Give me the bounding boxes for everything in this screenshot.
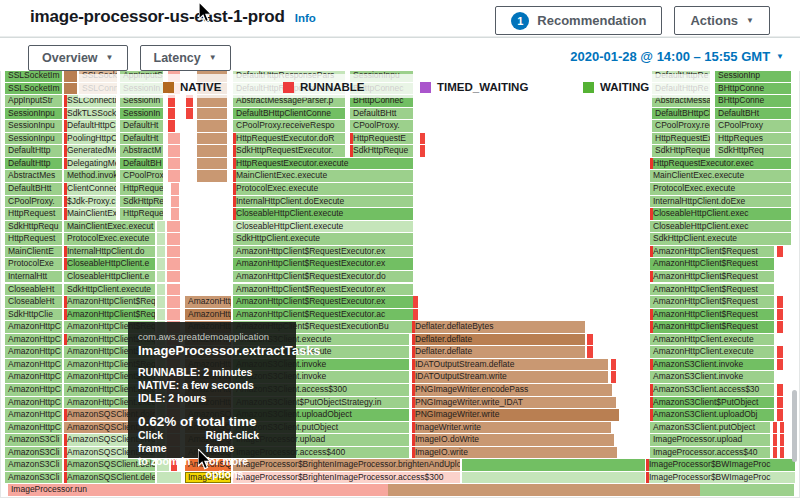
actions-button[interactable]: Actions ▼ (674, 6, 770, 35)
flame-cell[interactable]: ImageProcessor.access$40 (650, 447, 770, 459)
flame-cell[interactable] (777, 321, 783, 333)
flame-cell[interactable] (197, 120, 227, 132)
flame-cell[interactable]: CloseableHttpClient.execute (233, 221, 413, 233)
flame-cell[interactable] (64, 83, 77, 95)
flame-cell[interactable]: GeneratedMet (64, 145, 116, 157)
flame-cell[interactable]: SessionInpu (5, 108, 62, 120)
flame-cell[interactable]: CloseableHttpClient.e (64, 271, 155, 283)
flame-cell[interactable]: SdkHttpClient.execute (64, 284, 155, 296)
flame-cell[interactable]: MainClientExec.execut (64, 221, 155, 233)
flame-cell[interactable] (773, 422, 777, 434)
flame-cell[interactable]: SdkTLSSocket (64, 108, 116, 120)
flame-cell[interactable]: $Jdk-Proxy.c (64, 196, 116, 208)
flame-cell[interactable]: DefaultBHt (715, 108, 791, 120)
flame-cell[interactable]: AmazonHttpClient$RequestExecutor.ex (233, 258, 413, 270)
flame-cell[interactable] (777, 359, 783, 371)
flame-cell[interactable] (780, 422, 784, 434)
flame-cell[interactable] (773, 434, 777, 446)
flame-cell[interactable]: SessionInpu (5, 133, 62, 145)
flame-cell[interactable] (157, 284, 165, 296)
flame-cell[interactable]: AmazonHttpC (5, 321, 62, 333)
flame-cell[interactable]: SessionInp (715, 70, 791, 82)
flame-cell[interactable]: AmazonS3Client.putObject (650, 422, 770, 434)
flame-cell[interactable]: DefaultBHtt (5, 183, 62, 195)
flame-cell[interactable] (780, 447, 784, 459)
flame-cell[interactable]: ProtocolExe (5, 258, 62, 270)
flame-cell[interactable] (64, 70, 77, 82)
flame-cell[interactable]: AmazonS3Client.uploadObj (650, 409, 774, 421)
flame-cell[interactable] (168, 158, 180, 170)
flame-cell[interactable]: HttpRequestExecutor.doR (233, 133, 345, 145)
flame-cell[interactable]: HttpReques (715, 133, 791, 145)
flame-cell[interactable] (777, 296, 783, 308)
flame-cell[interactable]: HttpRequestExecutor.execute (233, 158, 413, 170)
flame-cell[interactable]: AmazonHttpClient$Request (650, 309, 774, 321)
flame-cell[interactable]: HttpRequest (5, 233, 62, 245)
flame-cell[interactable] (157, 246, 165, 258)
flame-cell[interactable]: MainClientE (5, 246, 62, 258)
flame-cell[interactable]: AmazonHttpClient$Request (650, 284, 774, 296)
flame-cell[interactable] (157, 258, 165, 270)
flame-cell[interactable]: AmazonHttp (185, 296, 231, 308)
flame-cell[interactable]: CPoolProxy (715, 120, 791, 132)
flame-cell[interactable]: InternalHttpClient.doExecute (233, 196, 413, 208)
flame-cell[interactable] (462, 472, 645, 484)
flame-cell[interactable]: AmazonHttpClient$RequestExecutor.ac (233, 309, 413, 321)
flame-cell[interactable]: CloseableHt (5, 284, 62, 296)
flame-cell[interactable]: DefaultBHtt (350, 108, 413, 120)
flame-cell[interactable] (167, 233, 180, 245)
flame-cell[interactable]: ImageProcessor$BWImageProc (646, 459, 795, 471)
flame-cell[interactable]: AmazonS3Client.invoke (650, 371, 774, 383)
flame-cell[interactable]: CPoolProxy.rec (652, 120, 710, 132)
flame-cell[interactable] (167, 258, 180, 270)
flame-cell[interactable]: AbstractMes (5, 170, 62, 182)
flame-cell[interactable]: Deflater.deflate (412, 346, 585, 358)
flame-cell[interactable]: CloseableHttpClient.exec (650, 208, 791, 220)
flame-cell[interactable] (413, 296, 418, 308)
flame-cell[interactable]: AmazonS3Client.invoke (650, 359, 774, 371)
flame-cell[interactable]: SdkHttpClie (5, 309, 62, 321)
flame-cell[interactable]: InternalHttpClient.doExe (650, 196, 791, 208)
flame-cell[interactable]: HttpReque (120, 208, 163, 220)
overview-dropdown[interactable]: Overview ▼ (28, 45, 128, 71)
flame-cell[interactable]: DefaultHttp (5, 158, 62, 170)
flame-cell[interactable]: AmazonS3Client.access$30 (650, 384, 774, 396)
flame-cell[interactable] (611, 359, 616, 371)
flame-cell[interactable]: AmazonHttpC (5, 346, 62, 358)
flame-cell[interactable]: AmazonS3Cli (5, 447, 62, 459)
flame-cell[interactable] (611, 371, 616, 383)
flame-cell[interactable]: ImageProcessor$BWImageProc (646, 472, 795, 484)
flame-cell[interactable]: PNGImageWriter.write_IDAT (412, 397, 616, 409)
flame-cell[interactable]: Deflater.deflateBytes (412, 321, 585, 333)
flame-cell[interactable]: BHttpConne (715, 95, 791, 107)
flame-cell[interactable] (168, 108, 175, 120)
flame-cell[interactable]: ImageProcessor.run (8, 484, 388, 496)
flame-cell[interactable]: BHttpConne (715, 83, 791, 95)
flame-cell[interactable]: AmazonHttpClient.execute (650, 346, 774, 358)
flame-cell[interactable]: CPoolProxy. (5, 196, 62, 208)
flame-cell[interactable]: SdkHttpClient.execute (650, 233, 791, 245)
flame-cell[interactable]: CloseableHttpClient.exec (650, 221, 791, 233)
flame-cell[interactable]: InternalHttpClient.do (64, 246, 155, 258)
flame-cell[interactable]: AmazonHttpClient$Request (650, 246, 774, 258)
flame-cell[interactable] (197, 108, 227, 120)
flame-cell[interactable]: DefaultHttp (5, 145, 62, 157)
flame-cell[interactable] (587, 346, 593, 358)
flame-cell[interactable] (462, 459, 645, 471)
vertical-scrollbar[interactable] (792, 390, 797, 462)
flame-cell[interactable]: ImageWriter.write (412, 422, 611, 434)
flame-cell[interactable]: SdkHttpRequ (5, 221, 62, 233)
flame-cell[interactable] (780, 434, 784, 446)
flame-cell[interactable] (197, 145, 227, 157)
flame-cell[interactable]: AmazonHttpClient$RequestExecutor.ex (233, 296, 413, 308)
recommendation-button[interactable]: 1 Recommendation (495, 6, 662, 35)
flame-cell[interactable]: CloseableHttpClient.execute (233, 208, 413, 220)
flame-cell[interactable]: InternalHtt (5, 271, 62, 283)
flame-cell[interactable] (413, 309, 418, 321)
flame-cell[interactable]: AmazonHttpClient.execute (650, 334, 774, 346)
flame-cell[interactable]: ClientConnec (64, 183, 116, 195)
flame-cell[interactable] (157, 296, 165, 308)
flame-cell[interactable] (167, 221, 180, 233)
flame-cell[interactable]: DefaultBHttpCl (652, 108, 710, 120)
flame-cell[interactable] (157, 221, 165, 233)
